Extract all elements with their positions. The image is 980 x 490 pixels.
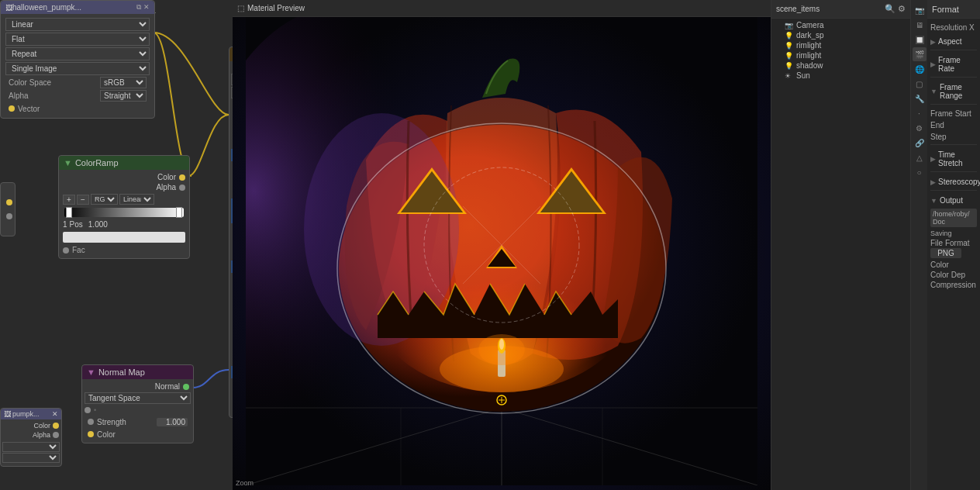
prop-icon-data[interactable]: △ [913,150,927,164]
alpha-select[interactable]: Straight [100,90,147,102]
right-side-panels: scene_items 🔍 ⚙ 📷 Camera 💡 dark_sp [771,0,980,490]
outliner-header: scene_items 🔍 ⚙ [771,0,910,19]
camera-icon: 📷 [785,22,794,29]
cr-add-btn[interactable]: + [63,195,75,205]
img-close-icon[interactable]: ✕ [143,3,150,12]
img-copy-icon[interactable]: ⧉ [136,3,141,12]
file-format-value[interactable]: PNG [930,248,961,258]
cr-color-swatch[interactable] [63,232,185,243]
prop-icon-particles[interactable]: · [913,106,927,120]
sun-label: Sun [796,71,810,80]
interpolation-select[interactable]: Linear [5,18,150,31]
normalmap-header[interactable]: ▼ Normal Map [82,365,193,379]
nm-color-row: Color [85,428,191,440]
cr-pos-index: 1 [63,220,67,229]
output-path-value[interactable]: /home/roby/Doc [930,209,977,227]
rimlight1-icon: 💡 [785,42,794,50]
small-img-close[interactable]: ✕ [52,410,58,418]
outliner-item-rimlight1[interactable]: 💡 rimlight [773,40,909,50]
props-panel-header: Format [927,0,980,19]
prop-icon-scene[interactable]: 🎬 [913,47,927,61]
extension-select[interactable]: Repeat [5,47,150,60]
outliner-filter-icon[interactable]: ⚙ [898,4,906,14]
framerange-header[interactable]: ▼ Frame Range [930,81,977,102]
outliner-item-rimlight2[interactable]: 💡 rimlight [773,50,909,60]
outliner-search-icon[interactable]: 🔍 [885,4,895,14]
stereoscopy-expand-icon: ▶ [930,178,936,186]
outliner-item-camera[interactable]: 📷 Camera [773,20,909,30]
small-img-icon: 🖼 [4,410,11,418]
outliner-tree: 📷 Camera 💡 dark_sp 💡 rimlight 💡 rimligh [771,19,910,490]
cr-mode-select[interactable]: RGB [91,194,118,205]
prop-icon-world[interactable]: 🌐 [913,62,927,76]
prop-icon-view-layer[interactable]: 🔲 [913,33,927,47]
vh-mode[interactable]: Material Preview [247,4,305,12]
viewport-header: ⬚ Material Preview [233,0,771,17]
nm-normal-label: Normal [155,382,180,391]
timestretch-label: Time Stretch [938,150,977,167]
outliner-item-sun[interactable]: ☀ Sun [773,71,909,81]
gradient-handle-left[interactable] [66,207,72,218]
framerange-section: ▼ Frame Range [930,79,977,105]
small-color-label: Color [33,422,50,430]
framerange-label: Frame Range [940,83,977,100]
outliner-panel: scene_items 🔍 ⚙ 📷 Camera 💡 dark_sp [771,0,910,490]
normalmap-title: Normal Map [98,368,145,377]
prop-icon-constraints[interactable]: 🔗 [913,136,927,150]
node-normalmap: ▼ Normal Map Normal Tangent Space • Stre… [81,364,194,443]
gradient-handle-right[interactable] [176,207,182,218]
small-dropdown2[interactable] [2,453,60,463]
cr-interp-select[interactable]: Linear [119,194,154,205]
output-section: ▼ Output /home/roby/Doc Saving [930,192,977,292]
outliner-item-darksp[interactable]: 💡 dark_sp [773,30,909,40]
small-dropdown[interactable] [2,442,60,452]
prop-icon-material[interactable]: ○ [913,165,927,179]
prop-icon-object[interactable]: ▢ [913,77,927,91]
compression-label: Compression [930,281,976,289]
camera-label: Camera [796,21,824,29]
nm-space-select[interactable]: Tangent Space [85,392,191,404]
node-editor: Alpha 🖼 halloween_pumpk... ⧉ ✕ Linear [0,0,233,490]
prop-icon-output[interactable]: 🖥 [913,18,927,32]
image-texture-header[interactable]: 🖼 halloween_pumpk... ⧉ ✕ [1,1,154,14]
props-content: Resolution X ▶ Aspect ▶ Frame Rate [927,19,980,490]
source-select[interactable]: Single Image [5,62,150,75]
sun-icon: ☀ [785,72,794,80]
colorspace-select[interactable]: sRGB [100,77,147,88]
outliner-item-shadow[interactable]: 💡 shadow [773,60,909,71]
stereoscopy-header[interactable]: ▶ Stereoscopy [930,175,977,188]
viewport-3d[interactable]: ⬚ Material Preview Zoom [233,0,771,490]
gradient-bar[interactable] [64,208,184,217]
output-expand-icon: ▼ [930,197,937,205]
props-icons-column: 📷 🖥 🔲 🎬 🌐 ▢ 🔧 · ⚙ 🔗 △ ○ [910,0,927,490]
prop-icon-physics[interactable]: ⚙ [913,121,927,135]
stereoscopy-label: Stereoscopy [938,178,980,186]
color-depth-row: Color Dep [930,270,977,280]
colorramp-header[interactable]: ▼ ColorRamp [59,156,189,170]
svg-point-15 [478,334,525,365]
vi-zoom: Zoom [236,479,254,487]
projection-select[interactable]: Flat [5,33,150,46]
framerate-section: ▶ Frame Rate [930,52,977,78]
rimlight1-label: rimlight [796,41,821,50]
properties-panel: 📷 🖥 🔲 🎬 🌐 ▢ 🔧 · ⚙ 🔗 △ ○ Format [910,0,980,490]
prop-icon-modifier[interactable]: 🔧 [913,91,927,105]
color-depth-label: Color Dep [930,271,965,279]
framerate-label: Frame Rate [938,56,977,73]
prop-icon-render[interactable]: 📷 [913,3,927,17]
color-row: Color [930,260,977,270]
timestretch-header[interactable]: ▶ Time Stretch [930,148,977,170]
viewport-info: Zoom [236,479,254,487]
step-row: Step [930,131,977,143]
output-header[interactable]: ▼ Output [930,194,977,207]
pumpkin-scene [233,0,771,490]
cr-pos-label: Pos [70,220,83,229]
framerate-header[interactable]: ▶ Frame Rate [930,53,977,75]
framestart-row: Frame Start [930,108,977,119]
vector-socket-label: Vector [18,105,40,113]
resolution-label: Resolution X [930,23,975,32]
aspect-header[interactable]: ▶ Aspect [930,35,977,48]
cr-remove-btn[interactable]: − [77,195,89,205]
aspect-label: Aspect [938,37,962,46]
cr-pos-field[interactable]: 1.000 [85,220,111,229]
